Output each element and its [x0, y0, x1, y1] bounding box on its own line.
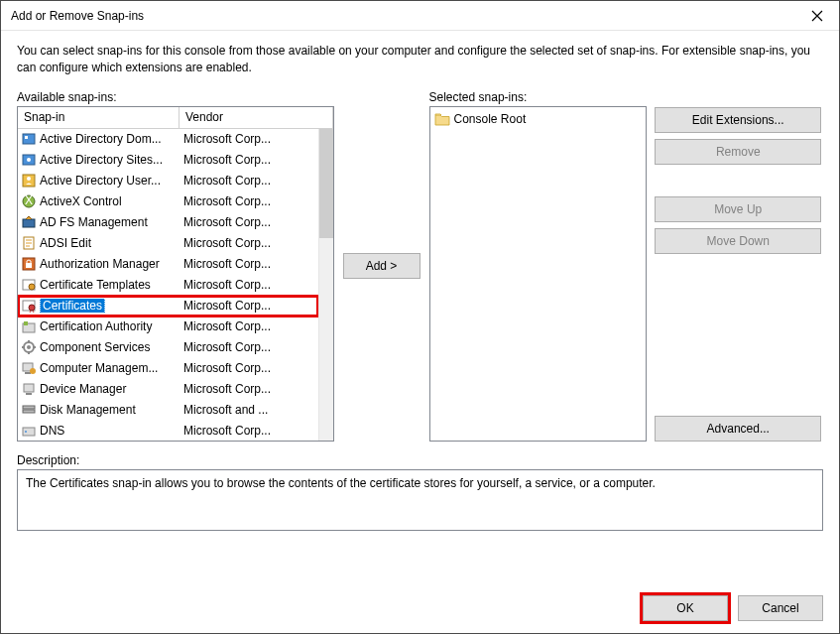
cancel-button[interactable]: Cancel: [738, 595, 823, 621]
snap-in-name: Certificates: [40, 299, 180, 313]
comp-svc-icon: [21, 339, 37, 355]
snap-in-vendor: Microsoft Corp...: [180, 215, 318, 229]
remove-button[interactable]: Remove: [655, 139, 821, 165]
ad-sites-icon: [21, 152, 37, 168]
ad-users-icon: [21, 173, 37, 189]
ok-button[interactable]: OK: [643, 595, 728, 621]
description-box: The Certificates snap-in allows you to b…: [17, 469, 823, 531]
snap-in-row[interactable]: CertificatesMicrosoft Corp...: [18, 296, 318, 317]
column-header-snapin[interactable]: Snap-in: [18, 107, 180, 128]
snap-in-name: ActiveX Control: [40, 194, 180, 208]
snap-in-vendor: Microsoft Corp...: [180, 340, 318, 354]
snap-in-name: Active Directory User...: [40, 174, 180, 188]
ad-dom-icon: [21, 131, 37, 147]
snap-in-row[interactable]: Active Directory User...Microsoft Corp..…: [18, 171, 318, 191]
move-up-button[interactable]: Move Up: [655, 196, 821, 222]
selected-listbox[interactable]: Console Root: [429, 106, 648, 442]
snap-in-vendor: Microsoft Corp...: [180, 382, 318, 396]
snap-in-vendor: Microsoft Corp...: [180, 319, 318, 333]
available-listbox[interactable]: Snap-in Vendor Active Directory Dom...Mi…: [17, 106, 334, 442]
tree-root[interactable]: Console Root: [432, 109, 645, 129]
svg-rect-8: [23, 219, 35, 227]
snap-in-vendor: Microsoft Corp...: [180, 299, 318, 313]
snap-in-name: Device Manager: [40, 382, 180, 396]
snap-in-row[interactable]: Active Directory Dom...Microsoft Corp...: [18, 129, 318, 150]
snap-in-name: Certification Authority: [40, 319, 180, 333]
tree-root-label: Console Root: [454, 112, 527, 126]
adfs-icon: [21, 214, 37, 230]
snap-in-vendor: Microsoft Corp...: [180, 132, 318, 146]
folder-icon: [434, 112, 450, 126]
title-bar: Add or Remove Snap-ins: [1, 1, 839, 31]
snap-in-vendor: Microsoft Corp...: [180, 361, 318, 375]
snap-in-vendor: Microsoft Corp...: [180, 278, 318, 292]
snap-in-row[interactable]: Computer Managem...Microsoft Corp...: [18, 358, 318, 379]
description-label: Description:: [17, 453, 823, 467]
snap-in-name: Computer Managem...: [40, 361, 180, 375]
svg-point-5: [27, 177, 31, 181]
snap-in-name: Disk Management: [40, 403, 180, 417]
snap-in-name: Active Directory Dom...: [40, 132, 180, 146]
snap-in-vendor: Microsoft and ...: [180, 403, 318, 417]
svg-rect-21: [25, 372, 31, 374]
snap-in-row[interactable]: Authorization ManagerMicrosoft Corp...: [18, 254, 318, 275]
close-icon: [811, 10, 823, 22]
snap-in-name: AD FS Management: [40, 215, 180, 229]
advanced-button[interactable]: Advanced...: [655, 416, 821, 442]
available-scrollbar[interactable]: [318, 129, 333, 441]
svg-rect-25: [23, 406, 35, 409]
snap-in-vendor: Microsoft Corp...: [180, 424, 318, 438]
svg-rect-27: [23, 428, 35, 436]
cert-tmpl-icon: [21, 277, 37, 293]
snap-in-row[interactable]: ADSI EditMicrosoft Corp...: [18, 233, 318, 254]
scrollbar-thumb[interactable]: [319, 129, 333, 238]
snap-in-row[interactable]: Certification AuthorityMicrosoft Corp...: [18, 317, 318, 337]
snap-in-name: DNS: [40, 424, 180, 438]
snap-in-row[interactable]: XActiveX ControlMicrosoft Corp...: [18, 191, 318, 212]
svg-rect-1: [25, 136, 28, 139]
svg-point-15: [29, 305, 35, 311]
snap-in-name: Certificate Templates: [40, 278, 180, 292]
snap-in-name: Authorization Manager: [40, 257, 180, 271]
snap-in-row[interactable]: Certificate TemplatesMicrosoft Corp...: [18, 275, 318, 296]
intro-text: You can select snap-ins for this console…: [17, 43, 823, 76]
window-title: Add or Remove Snap-ins: [11, 9, 794, 23]
close-button[interactable]: [794, 1, 839, 31]
available-header: Snap-in Vendor: [18, 107, 333, 129]
snap-in-name: Active Directory Sites...: [40, 153, 180, 167]
svg-rect-0: [23, 134, 35, 144]
svg-text:X: X: [25, 193, 33, 207]
snap-in-vendor: Microsoft Corp...: [180, 174, 318, 188]
svg-point-28: [25, 431, 27, 433]
snap-in-vendor: Microsoft Corp...: [180, 257, 318, 271]
snap-in-vendor: Microsoft Corp...: [180, 236, 318, 250]
svg-rect-17: [24, 321, 28, 325]
snap-in-row[interactable]: Active Directory Sites...Microsoft Corp.…: [18, 150, 318, 171]
snap-in-row[interactable]: Disk ManagementMicrosoft and ...: [18, 400, 318, 421]
snap-in-row[interactable]: DNSMicrosoft Corp...: [18, 421, 318, 441]
snap-in-row[interactable]: Component ServicesMicrosoft Corp...: [18, 337, 318, 358]
certificates-icon: [21, 298, 37, 314]
add-button[interactable]: Add >: [343, 253, 420, 279]
snap-in-vendor: Microsoft Corp...: [180, 153, 318, 167]
svg-rect-23: [24, 384, 34, 392]
authz-icon: [21, 256, 37, 272]
snap-in-name: Component Services: [40, 340, 180, 354]
dns-icon: [21, 423, 37, 439]
svg-point-3: [27, 158, 31, 162]
snap-in-name: ADSI Edit: [40, 236, 180, 250]
svg-rect-11: [26, 263, 32, 268]
cert-auth-icon: [21, 318, 37, 334]
move-down-button[interactable]: Move Down: [655, 228, 821, 254]
snap-in-row[interactable]: Device ManagerMicrosoft Corp...: [18, 379, 318, 400]
disk-mgmt-icon: [21, 402, 37, 418]
adsi-icon: [21, 235, 37, 251]
edit-extensions-button[interactable]: Edit Extensions...: [655, 107, 821, 133]
description-text: The Certificates snap-in allows you to b…: [26, 476, 656, 490]
column-header-vendor[interactable]: Vendor: [180, 107, 333, 128]
svg-point-19: [27, 345, 31, 349]
svg-rect-24: [26, 393, 32, 395]
snap-in-row[interactable]: AD FS ManagementMicrosoft Corp...: [18, 212, 318, 233]
comp-mgmt-icon: [21, 360, 37, 376]
activex-icon: X: [21, 193, 37, 209]
